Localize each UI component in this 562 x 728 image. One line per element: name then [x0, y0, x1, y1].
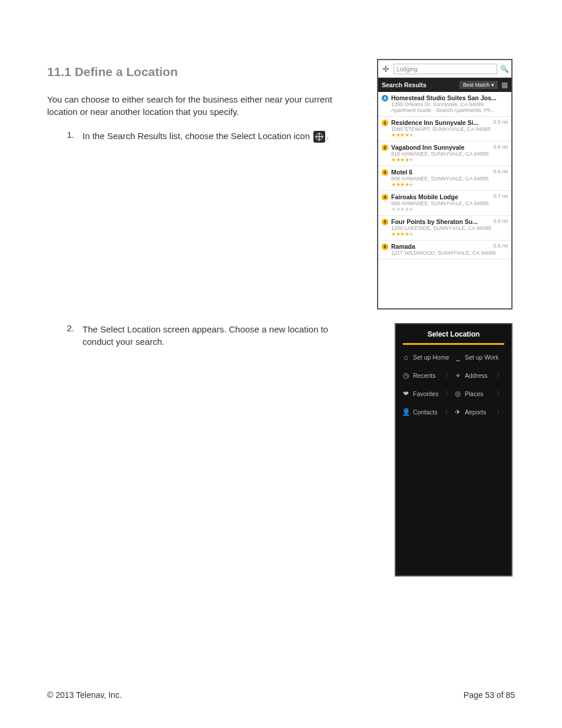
result-address: 1080 STEWART, SUNNYVALE, CA 94085: [391, 126, 508, 132]
footer-copyright: © 2013 Telenav, Inc.: [47, 690, 122, 700]
step-2-text: The Select Location screen appears. Choo…: [82, 323, 353, 348]
menu-item-label: Places: [465, 390, 484, 397]
result-distance: 0.6 mi: [493, 169, 508, 174]
result-rating: ★★★★★: [391, 157, 508, 163]
select-location-item[interactable]: ◷Recents〉: [402, 371, 454, 380]
select-location-item[interactable]: ⎯Set up Work: [454, 353, 505, 361]
result-distance: 0.6 mi: [493, 144, 508, 150]
chevron-right-icon: 〉: [497, 407, 505, 416]
result-name: Residence Inn Sunnyvale Si...: [391, 119, 488, 126]
chevron-right-icon: 〉: [445, 407, 454, 416]
chevron-right-icon: 〉: [497, 389, 505, 398]
step-1-text-a: In the Search Results list, choose the S…: [82, 131, 312, 141]
results-header-label: Search Results: [382, 81, 427, 88]
select-location-item[interactable]: ❤Favorites〉: [402, 389, 454, 398]
menu-item-label: Contacts: [413, 409, 437, 416]
menu-item-icon: ⌂: [402, 353, 410, 361]
result-rating: ★★★★★: [391, 132, 508, 138]
result-name: Vagabond Inn Sunnyvale: [391, 144, 488, 151]
result-name: Motel 6: [391, 169, 488, 176]
chevron-right-icon: 〉: [445, 371, 454, 380]
intro-paragraph: You can choose to either search for the …: [47, 93, 353, 118]
result-rating: ★★★★★: [391, 206, 508, 212]
menu-item-icon: ⌖: [454, 371, 462, 380]
result-address: 1217 WILDWOOD, SUNNYVALE, CA 94089: [391, 250, 508, 256]
result-item[interactable]: 2Vagabond Inn Sunnyvale0.6 mi816 AHWANEE…: [378, 141, 511, 166]
result-badge: 4: [382, 194, 388, 200]
step-1-text-b: .: [326, 131, 329, 141]
result-rating: ★★★★★: [391, 231, 508, 237]
step-2: 2. The Select Location screen appears. C…: [47, 323, 353, 348]
result-badge: 1: [382, 120, 388, 126]
menu-item-label: Set up Home: [413, 354, 449, 361]
result-name: Fairoaks Mobile Lodge: [391, 193, 488, 200]
result-name: Homestead Studio Suites San Jos...: [391, 94, 508, 101]
select-location-item[interactable]: ◎Places〉: [454, 389, 505, 398]
result-name: Ramada: [391, 243, 488, 250]
select-location-item[interactable]: ⌂Set up Home: [402, 353, 454, 361]
select-location-item[interactable]: ⌖Address〉: [454, 371, 505, 380]
location-crosshair-icon[interactable]: ✛: [378, 64, 394, 74]
result-address: 816 AHWANEE, SUNNYVALE, CA 94085: [391, 151, 508, 157]
result-name: Four Points by Sheraton Su...: [391, 218, 488, 225]
footer-page: Page 53 of 85: [464, 690, 515, 700]
result-badge: 2: [382, 144, 388, 151]
search-bar-row: ✛ Lodging 🔍: [378, 60, 511, 78]
chevron-down-icon: ▾: [491, 82, 494, 88]
select-location-item[interactable]: 👤Contacts〉: [402, 407, 454, 416]
result-address: 1255 Orleans Dr, Sunnyvale, CA 94089: [391, 101, 508, 107]
select-location-grid: ⌂Set up Home⎯Set up Work◷Recents〉⌖Addres…: [396, 350, 511, 420]
select-location-item[interactable]: ✈Airports〉: [454, 407, 505, 416]
menu-item-label: Set up Work: [465, 354, 499, 361]
step-2-number: 2.: [47, 323, 82, 333]
search-icon[interactable]: 🔍: [497, 65, 511, 73]
result-address: 1250 LAKESIDE, SUNNYVALE, CA 94085: [391, 225, 508, 231]
result-distance: 0.8 mi: [493, 218, 508, 224]
menu-item-icon: ⎯: [454, 353, 462, 361]
result-item[interactable]: 5Four Points by Sheraton Su...0.8 mi1250…: [378, 216, 511, 241]
results-header: Search Results Best Match ▾ ▦: [378, 78, 511, 92]
step-1-text: In the Search Results list, choose the S…: [82, 130, 329, 143]
menu-item-icon: 👤: [402, 408, 410, 416]
menu-item-icon: ❤: [402, 390, 410, 398]
sort-label: Best Match: [463, 82, 490, 88]
result-badge: 3: [382, 169, 388, 176]
result-item[interactable]: 1Residence Inn Sunnyvale Si...0.5 mi1080…: [378, 117, 511, 141]
menu-item-icon: ✈: [454, 408, 462, 416]
menu-item-icon: ◎: [454, 390, 462, 398]
chevron-right-icon: 〉: [497, 371, 505, 380]
result-distance: 0.7 mi: [493, 193, 508, 199]
menu-item-label: Recents: [413, 372, 436, 379]
select-location-title: Select Location: [396, 324, 511, 343]
result-address: 806 AHWANEE, SUNNYVALE, CA 94085: [391, 176, 508, 182]
result-item[interactable]: 4Fairoaks Mobile Lodge0.7 mi580 AHWANEE,…: [378, 191, 511, 216]
result-badge: 5: [382, 219, 388, 225]
result-item[interactable]: AHomestead Studio Suites San Jos...1255 …: [378, 92, 511, 117]
result-rating: ★★★★★: [391, 182, 508, 187]
results-list: AHomestead Studio Suites San Jos...1255 …: [378, 92, 511, 259]
accent-rule: [403, 343, 504, 345]
sort-dropdown[interactable]: Best Match ▾: [459, 81, 498, 89]
map-toggle-icon[interactable]: ▦: [501, 81, 508, 89]
search-input[interactable]: Lodging: [394, 64, 497, 74]
result-badge: 6: [382, 243, 388, 250]
result-address: 580 AHWANEE, SUNNYVALE, CA 94085: [391, 200, 508, 206]
select-location-screenshot: Select Location ⌂Set up Home⎯Set up Work…: [395, 323, 513, 577]
result-badge: A: [382, 95, 388, 101]
select-location-icon: [313, 131, 325, 143]
menu-item-label: Favorites: [413, 390, 438, 397]
menu-item-label: Address: [465, 372, 488, 379]
search-results-screenshot: ✛ Lodging 🔍 Search Results Best Match ▾ …: [377, 59, 513, 309]
menu-item-icon: ◷: [402, 371, 410, 380]
menu-item-label: Airports: [465, 409, 486, 416]
chevron-right-icon: 〉: [445, 389, 454, 398]
result-extra: Apartment Guide - Search Apartments, Ph.…: [391, 107, 508, 113]
result-item[interactable]: 3Motel 60.6 mi806 AHWANEE, SUNNYVALE, CA…: [378, 166, 511, 191]
result-distance: 0.8 mi: [493, 243, 508, 249]
result-distance: 0.5 mi: [493, 119, 508, 125]
step-1-number: 1.: [47, 130, 82, 140]
result-item[interactable]: 6Ramada0.8 mi1217 WILDWOOD, SUNNYVALE, C…: [378, 241, 511, 259]
